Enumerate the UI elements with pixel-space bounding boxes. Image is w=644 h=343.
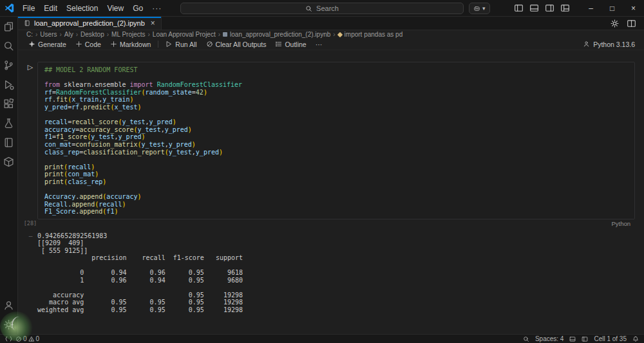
run-and-debug-icon[interactable] — [0, 75, 18, 94]
cell-indicator[interactable]: Cell 1 of 35 — [594, 335, 627, 342]
notebook-view: ▷ ## MODEL 2 RANDOM FOREST from sklearn.… — [18, 50, 644, 334]
toggle-secondary-sidebar-icon[interactable] — [545, 3, 554, 13]
command-center-search[interactable]: Search — [180, 3, 464, 14]
copilot-icon — [473, 5, 480, 12]
extensions-icon[interactable] — [0, 94, 18, 113]
problems-indicator[interactable]: 0 0 — [15, 335, 39, 342]
vscode-window: File Edit Selection View Go ··· ← → Sear… — [0, 0, 644, 343]
tab-close-icon[interactable]: × — [151, 19, 155, 28]
source-control-icon[interactable] — [0, 55, 18, 75]
breadcrumb-separator: › — [76, 31, 78, 38]
jupyter-notebook-icon[interactable] — [0, 133, 18, 152]
run-all-button[interactable]: Run All — [162, 39, 200, 50]
plus-icon — [110, 41, 117, 48]
copilot-chevron-icon: ▾ — [482, 5, 486, 12]
breadcrumb-item[interactable]: Loan Approval Project — [153, 31, 216, 38]
indent-indicator[interactable]: Spaces: 4 — [535, 335, 564, 342]
kernel-icon — [583, 41, 590, 48]
toggle-sidebar-icon[interactable] — [514, 3, 524, 13]
breadcrumb-item[interactable]: import pandas as pd — [345, 31, 403, 38]
generate-button[interactable]: Generate — [24, 39, 70, 50]
run-cell-button[interactable]: ▷ — [28, 64, 33, 219]
code-cell[interactable]: ## MODEL 2 RANDOM FOREST from sklearn.en… — [37, 62, 635, 219]
tab-bar: loan_approval_prediction_(2).ipynb × — [18, 17, 644, 30]
tab-notebook[interactable]: loan_approval_prediction_(2).ipynb × — [18, 17, 162, 30]
zoom-icon[interactable] — [523, 336, 529, 342]
title-bar: File Edit Selection View Go ··· ← → Sear… — [0, 0, 644, 17]
breadcrumb-item[interactable]: ML Projects — [111, 31, 145, 38]
code-symbol-icon — [337, 32, 342, 37]
toolbar-divider — [158, 41, 158, 48]
breadcrumb-separator: › — [148, 31, 150, 38]
run-all-icon — [166, 41, 173, 48]
outline-icon — [275, 41, 282, 48]
maximize-button[interactable]: □ — [601, 0, 623, 17]
sparkle-icon — [28, 41, 35, 48]
plus-icon — [75, 41, 82, 48]
clear-outputs-icon — [206, 41, 213, 48]
menu-edit[interactable]: Edit — [39, 4, 62, 13]
breadcrumb-separator: › — [35, 31, 37, 38]
output-gutter[interactable]: ··· — [23, 232, 37, 314]
breadcrumb-separator: › — [59, 31, 61, 38]
notebook-file-icon — [24, 20, 30, 26]
outline-button[interactable]: Outline — [271, 39, 310, 50]
settings-gear-icon[interactable] — [0, 315, 18, 334]
close-button[interactable]: × — [623, 0, 644, 17]
breadcrumb-item[interactable]: Aly — [64, 31, 73, 38]
tab-label: loan_approval_prediction_(2).ipynb — [34, 19, 145, 27]
notifications-bell-icon[interactable] — [632, 336, 639, 342]
toolbar-more-button[interactable]: ··· — [312, 39, 327, 50]
cell-language-picker[interactable]: Python — [37, 220, 635, 227]
notebook-file-icon — [223, 32, 227, 37]
execution-count: [28] — [23, 220, 37, 227]
clear-all-outputs-button[interactable]: Clear All Outputs — [202, 39, 270, 50]
explorer-icon[interactable] — [0, 17, 18, 36]
breadcrumb-separator: › — [333, 31, 335, 38]
toggle-panel-icon[interactable] — [529, 3, 539, 13]
breadcrumb: C:›Users›Aly›Desktop›ML Projects›Loan Ap… — [18, 30, 644, 39]
cell-output: 0.9426652892561983 [[9209 409] [ 555 912… — [37, 232, 644, 314]
accounts-icon[interactable] — [0, 295, 18, 315]
search-icon — [305, 5, 312, 12]
error-icon — [15, 336, 22, 342]
editor-settings-icon[interactable] — [610, 19, 620, 28]
breadcrumb-item[interactable]: Users — [40, 31, 57, 38]
kernel-picker[interactable]: Python 3.13.6 — [583, 41, 644, 48]
minimize-button[interactable]: – — [580, 0, 601, 17]
search-placeholder: Search — [316, 5, 339, 12]
breadcrumb-separator: › — [218, 31, 220, 38]
copilot-button[interactable]: ▾ — [469, 3, 490, 14]
search-sidebar-icon[interactable] — [0, 36, 18, 55]
cell-code[interactable]: ## MODEL 2 RANDOM FOREST from sklearn.en… — [44, 66, 629, 216]
breadcrumb-item[interactable]: Desktop — [80, 31, 104, 38]
customize-layout-icon[interactable] — [560, 3, 570, 13]
remote-explorer-icon[interactable] — [0, 152, 18, 171]
breadcrumb-item[interactable]: loan_approval_prediction_(2).ipynb — [230, 31, 330, 38]
testing-icon[interactable] — [0, 113, 18, 133]
breadcrumb-separator: › — [107, 31, 109, 38]
split-editor-icon[interactable] — [627, 19, 636, 28]
menu-more[interactable]: ··· — [147, 4, 166, 13]
add-code-cell-button[interactable]: Code — [71, 39, 105, 50]
notebook-toolbar: Generate Code Markdown Run All Clear All… — [18, 39, 644, 50]
menu-go[interactable]: Go — [128, 4, 147, 13]
editor-layout-icon[interactable] — [582, 336, 588, 342]
warning-icon — [28, 336, 35, 342]
activity-bar — [0, 17, 18, 334]
add-markdown-cell-button[interactable]: Markdown — [106, 39, 155, 50]
menu-file[interactable]: File — [18, 4, 39, 13]
remote-indicator-icon[interactable] — [5, 335, 12, 342]
menu-view[interactable]: View — [102, 4, 128, 13]
menu-selection[interactable]: Selection — [62, 4, 102, 13]
breadcrumb-item[interactable]: C: — [26, 31, 33, 38]
editor-area: loan_approval_prediction_(2).ipynb × C:›… — [18, 17, 644, 334]
status-bar: 0 0 Spaces: 4 Cell 1 of 35 — [0, 334, 644, 343]
vscode-logo-icon — [0, 3, 18, 13]
panel-layout-icon[interactable] — [569, 336, 576, 342]
